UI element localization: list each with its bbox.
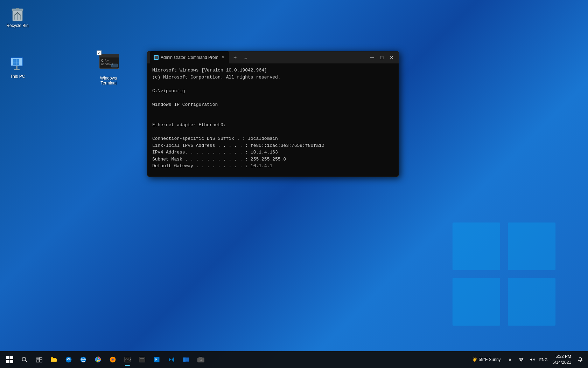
terminal-line-14: Subnet Mask . . . . . . . . . . . : 255.… bbox=[152, 156, 394, 163]
svg-rect-30 bbox=[36, 357, 39, 360]
svg-text:P: P bbox=[155, 358, 157, 361]
terminal-line-10 bbox=[152, 129, 394, 136]
terminal-tab-close-button[interactable]: ✕ bbox=[220, 55, 225, 60]
task-view-button[interactable] bbox=[32, 353, 46, 367]
terminal-line-13: IPv4 Address. . . . . . . . . . . : 10.1… bbox=[152, 149, 394, 156]
svg-rect-26 bbox=[6, 360, 9, 363]
language-tray-button[interactable]: ENG bbox=[539, 355, 548, 364]
this-pc-label: This PC bbox=[10, 74, 25, 79]
terminal-tab-icon: ⬛ bbox=[154, 55, 159, 60]
terminal-line-7 bbox=[152, 108, 394, 115]
terminal-line-16 bbox=[152, 170, 394, 177]
chrome-taskbar-button[interactable] bbox=[91, 353, 105, 367]
svg-rect-17 bbox=[14, 69, 20, 70]
edge-legacy-taskbar-button[interactable] bbox=[76, 353, 90, 367]
windows-terminal-desktop-icon[interactable]: ✓ C:\>_ Windows Windows Terminal bbox=[93, 49, 124, 87]
svg-rect-1 bbox=[508, 223, 555, 270]
terminal-line-4: C:\>ipconfig bbox=[152, 88, 394, 95]
terminal-line-1: Microsoft Windows [Version 10.0.19042.96… bbox=[152, 67, 394, 74]
explorer-taskbar-button[interactable] bbox=[179, 353, 193, 367]
terminal-close-button[interactable]: ✕ bbox=[387, 53, 396, 62]
svg-rect-27 bbox=[10, 360, 13, 363]
svg-rect-15 bbox=[16, 62, 19, 65]
clock-widget[interactable]: 6:32 PM 5/14/2021 bbox=[550, 354, 574, 366]
this-pc-icon bbox=[9, 56, 26, 73]
svg-rect-33 bbox=[40, 360, 42, 362]
terminal-line-8 bbox=[152, 115, 394, 122]
svg-rect-34 bbox=[51, 359, 57, 362]
terminal-line-11: Connection-specific DNS Suffix . : local… bbox=[152, 135, 394, 142]
terminal-minimize-button[interactable]: ─ bbox=[368, 53, 376, 62]
terminal-maximize-button[interactable]: □ bbox=[378, 53, 386, 62]
edge-taskbar-button[interactable] bbox=[62, 353, 76, 367]
terminal-line-15: Default Gateway . . . . . . . . . : 10.1… bbox=[152, 163, 394, 170]
windows-watermark bbox=[448, 218, 560, 330]
camera-taskbar-button[interactable] bbox=[194, 353, 208, 367]
notification-button[interactable] bbox=[575, 355, 585, 364]
vscode-taskbar-button[interactable] bbox=[164, 353, 178, 367]
terminal-line-2: (c) Microsoft Corporation. All rights re… bbox=[152, 74, 394, 81]
terminal-titlebar: ⬛ Administrator: Command Prom ✕ + ⌄ ─ □ … bbox=[147, 51, 399, 63]
weather-widget[interactable]: ☀️ 59°F Sunny bbox=[469, 357, 504, 362]
windows-terminal-icon: ✓ C:\>_ Windows bbox=[97, 50, 120, 74]
terminal-tab[interactable]: ⬛ Administrator: Command Prom ✕ bbox=[150, 51, 229, 63]
svg-rect-23 bbox=[111, 64, 118, 67]
svg-line-29 bbox=[25, 360, 27, 362]
svg-rect-3 bbox=[508, 278, 555, 326]
recycle-bin-desktop-icon[interactable]: Recycle Bin bbox=[4, 4, 31, 29]
svg-rect-14 bbox=[13, 62, 16, 65]
language-label: ENG bbox=[539, 357, 548, 362]
svg-point-55 bbox=[521, 361, 522, 362]
terminal-body[interactable]: Microsoft Windows [Version 10.0.19042.96… bbox=[147, 63, 399, 177]
desktop: Recycle Bin This PC bbox=[0, 0, 588, 351]
svg-rect-0 bbox=[453, 223, 500, 270]
clock-time: 6:32 PM bbox=[555, 354, 571, 360]
svg-rect-16 bbox=[16, 66, 18, 69]
svg-rect-2 bbox=[453, 278, 500, 326]
system-tray: ☀️ 59°F Sunny ∧ ENG 6:32 PM bbox=[469, 354, 585, 366]
terminal-new-tab-button[interactable]: + bbox=[231, 53, 239, 62]
search-button[interactable] bbox=[18, 353, 31, 367]
terminal-tab-title: Administrator: Command Prom bbox=[161, 55, 218, 60]
svg-rect-20 bbox=[99, 56, 119, 57]
terminal-line-6: Windows IP Configuration bbox=[152, 101, 394, 108]
firefox-taskbar-button[interactable] bbox=[106, 353, 120, 367]
svg-rect-25 bbox=[10, 356, 13, 359]
network-tray-icon[interactable] bbox=[516, 355, 526, 364]
start-button[interactable] bbox=[3, 353, 17, 367]
terminal-line-9: Ethernet adapter Ethernet0: bbox=[152, 122, 394, 129]
chevron-up-tray-button[interactable]: ∧ bbox=[505, 355, 515, 364]
terminal-taskbar-button[interactable]: C:\> bbox=[120, 353, 134, 367]
svg-rect-13 bbox=[16, 59, 19, 62]
terminal-line-5 bbox=[152, 94, 394, 101]
svg-rect-51 bbox=[183, 357, 186, 362]
app1-taskbar-button[interactable]: P bbox=[150, 353, 164, 367]
speaker-tray-icon[interactable] bbox=[527, 355, 537, 364]
weather-icon: ☀️ bbox=[472, 357, 477, 362]
svg-text:C:\>_: C:\>_ bbox=[101, 59, 111, 62]
terminal2-taskbar-button[interactable]: --- bbox=[135, 353, 149, 367]
svg-text:---: --- bbox=[140, 359, 144, 361]
terminal-line-3 bbox=[152, 81, 394, 88]
recycle-bin-icon bbox=[9, 5, 26, 22]
file-explorer-taskbar-button[interactable] bbox=[47, 353, 61, 367]
svg-point-42 bbox=[112, 359, 114, 361]
svg-rect-6 bbox=[16, 8, 19, 9]
svg-point-54 bbox=[200, 359, 202, 361]
svg-rect-31 bbox=[40, 357, 42, 360]
taskbar: C:\> --- P bbox=[0, 351, 588, 368]
recycle-bin-label: Recycle Bin bbox=[6, 23, 28, 28]
svg-rect-32 bbox=[36, 360, 39, 362]
terminal-dropdown-button[interactable]: ⌄ bbox=[241, 53, 250, 62]
terminal-line-17: Ethernet adapter Bluetooth Network Conne… bbox=[152, 176, 394, 177]
this-pc-desktop-icon[interactable]: This PC bbox=[4, 54, 31, 80]
weather-text: 59°F Sunny bbox=[479, 357, 501, 362]
svg-text:C:\>: C:\> bbox=[125, 358, 131, 361]
svg-rect-12 bbox=[13, 59, 16, 62]
terminal-window[interactable]: ⬛ Administrator: Command Prom ✕ + ⌄ ─ □ … bbox=[147, 51, 399, 177]
windows-terminal-label: Windows Terminal bbox=[94, 76, 123, 86]
svg-rect-24 bbox=[6, 356, 9, 359]
terminal-line-12: Link-local IPv6 Address . . . . . : fe80… bbox=[152, 142, 394, 149]
clock-date: 5/14/2021 bbox=[553, 360, 571, 366]
terminal-window-controls: ─ □ ✕ bbox=[368, 53, 396, 62]
